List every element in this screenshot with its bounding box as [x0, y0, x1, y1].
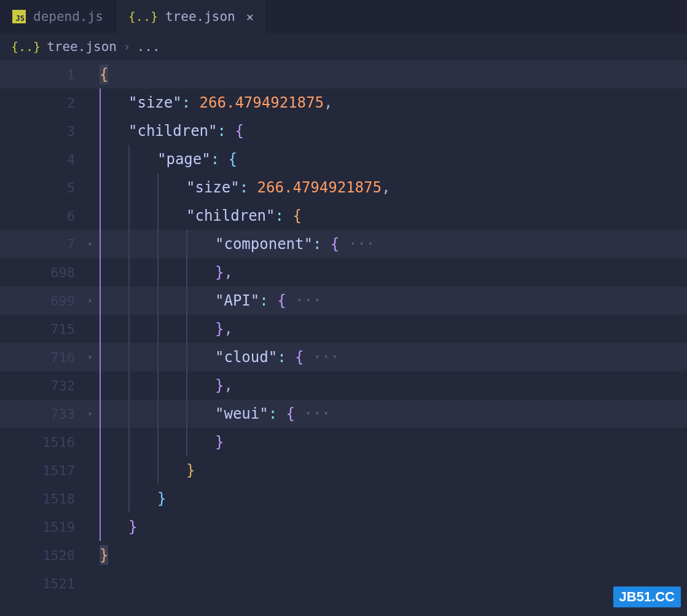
code-content: } — [157, 490, 166, 507]
indent-guides — [100, 173, 186, 202]
code-content: }, — [215, 320, 233, 338]
code-line[interactable]: 733"weui": { ··· — [0, 400, 687, 428]
code-content: } — [215, 433, 224, 451]
fold-toggle-icon[interactable] — [81, 296, 100, 305]
fold-toggle-icon[interactable] — [81, 240, 100, 248]
code-content: "size": 266.4794921875, — [186, 179, 390, 196]
line-number: 699 — [0, 293, 81, 309]
code-content: }, — [215, 264, 233, 281]
code-content: } — [100, 545, 108, 565]
chevron-right-icon: › — [123, 39, 131, 54]
code-content: "component": { ··· — [215, 235, 375, 253]
line-number: 3 — [0, 124, 81, 139]
indent-guides — [100, 230, 215, 258]
line-number: 698 — [0, 265, 81, 280]
code-editor[interactable]: 1{2"size": 266.4794921875,3"children": {… — [0, 60, 687, 598]
code-content: "page": { — [157, 151, 237, 168]
indent-guides — [100, 371, 215, 400]
tab-tree-json[interactable]: {..} tree.json ✕ — [116, 0, 267, 33]
code-line[interactable]: 1521 — [0, 569, 687, 598]
tab-label: depend.js — [33, 9, 103, 24]
code-content: }, — [215, 377, 233, 394]
line-number: 1516 — [0, 435, 81, 450]
code-line[interactable]: 4"page": { — [0, 145, 687, 173]
indent-guides — [100, 258, 215, 286]
indent-guides — [100, 343, 215, 371]
indent-guides — [100, 315, 215, 343]
code-line[interactable]: 715}, — [0, 315, 687, 343]
indent-guides — [100, 456, 186, 484]
code-line[interactable]: 732}, — [0, 371, 687, 400]
breadcrumb-rest: ... — [137, 39, 160, 54]
tab-depend-js[interactable]: JS depend.js — [0, 0, 116, 33]
indent-guides — [100, 145, 157, 173]
line-number: 1518 — [0, 491, 81, 507]
json-file-icon: {..} — [128, 9, 158, 24]
code-line[interactable]: 5"size": 266.4794921875, — [0, 173, 687, 202]
js-file-icon: JS — [12, 10, 26, 23]
line-number: 1519 — [0, 519, 81, 535]
code-line[interactable]: 3"children": { — [0, 117, 687, 145]
code-line[interactable]: 6"children": { — [0, 202, 687, 230]
indent-guides — [100, 400, 215, 428]
line-number: 1 — [0, 67, 81, 82]
code-line[interactable]: 699"API": { ··· — [0, 286, 687, 315]
indent-guides — [100, 513, 128, 541]
breadcrumb-file: tree.json — [47, 39, 117, 54]
line-number: 7 — [0, 237, 81, 252]
indent-guides — [100, 484, 157, 513]
indent-guides — [100, 428, 215, 456]
line-number: 715 — [0, 322, 81, 337]
code-line[interactable]: 1516} — [0, 428, 687, 456]
line-number: 1517 — [0, 463, 81, 478]
line-number: 1520 — [0, 548, 81, 563]
line-number: 733 — [0, 406, 81, 422]
code-line[interactable]: 1518} — [0, 484, 687, 513]
watermark-badge: JB51.CC — [613, 586, 681, 607]
code-line[interactable]: 716"cloud": { ··· — [0, 343, 687, 371]
code-line[interactable]: 7"component": { ··· — [0, 230, 687, 258]
fold-toggle-icon[interactable] — [81, 409, 100, 418]
line-number: 6 — [0, 208, 81, 224]
fold-toggle-icon[interactable] — [81, 353, 100, 361]
indent-guides — [100, 202, 186, 230]
line-number: 5 — [0, 180, 81, 195]
tab-label: tree.json — [165, 9, 235, 24]
code-content: "API": { ··· — [215, 292, 321, 309]
code-content: { — [100, 65, 108, 84]
code-content: "children": { — [186, 207, 302, 224]
code-line[interactable]: 1517} — [0, 456, 687, 484]
line-number: 2 — [0, 95, 81, 111]
json-file-icon: {..} — [11, 39, 41, 54]
tab-bar: JS depend.js {..} tree.json ✕ — [0, 0, 687, 33]
code-line[interactable]: 1519} — [0, 513, 687, 541]
line-number: 4 — [0, 152, 81, 167]
code-line[interactable]: 1{ — [0, 60, 687, 89]
line-number: 732 — [0, 378, 81, 393]
code-line[interactable]: 2"size": 266.4794921875, — [0, 89, 687, 117]
code-content: "weui": { ··· — [215, 405, 331, 422]
code-line[interactable]: 698}, — [0, 258, 687, 286]
code-content: "children": { — [128, 122, 244, 140]
code-content: "cloud": { ··· — [215, 349, 339, 366]
line-number: 716 — [0, 350, 81, 365]
indent-guides — [100, 117, 128, 145]
code-content: } — [186, 462, 195, 479]
breadcrumb[interactable]: {..} tree.json › ... — [0, 33, 687, 60]
code-content: } — [128, 518, 137, 535]
indent-guides — [100, 89, 128, 117]
code-content: "size": 266.4794921875, — [128, 94, 332, 111]
close-icon[interactable]: ✕ — [246, 9, 254, 24]
code-line[interactable]: 1520} — [0, 541, 687, 569]
line-number: 1521 — [0, 576, 81, 591]
indent-guides — [100, 286, 215, 315]
